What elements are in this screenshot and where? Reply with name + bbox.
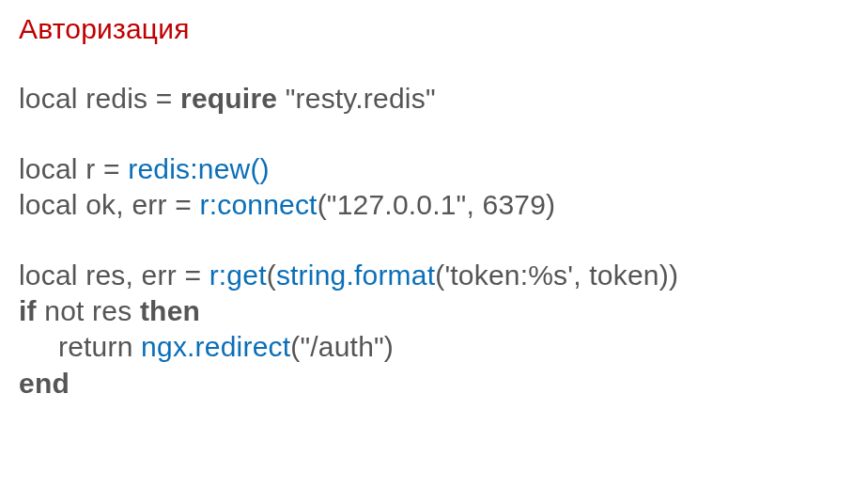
code-text: ( <box>267 260 276 291</box>
code-text: not res <box>37 295 140 326</box>
code-block-3: local res, err = r:get(string.format('to… <box>19 258 868 402</box>
keyword-then: then <box>140 295 200 326</box>
code-block-2: local r = redis:new() local ok, err = r:… <box>19 151 868 224</box>
code-line: end <box>19 366 868 401</box>
code-text: return <box>58 331 141 362</box>
call-string-format: string.format <box>276 260 435 291</box>
code-text: ('token:%s', token)) <box>435 260 678 291</box>
code-line: local ok, err = r:connect("127.0.0.1", 6… <box>19 187 868 223</box>
code-block-1: local redis = require "resty.redis" <box>19 81 868 117</box>
code-text: local r = <box>19 153 128 184</box>
code-line: local r = redis:new() <box>19 151 868 187</box>
code-text: local res, err = <box>19 260 209 291</box>
call-r-get: r:get <box>209 260 267 291</box>
call-r-connect: r:connect <box>199 189 317 220</box>
code-text: ("/auth") <box>290 331 394 362</box>
code-line: return ngx.redirect("/auth") <box>19 329 868 365</box>
keyword-require: require <box>180 83 277 114</box>
keyword-if: if <box>19 295 37 326</box>
code-text: "resty.redis" <box>277 83 436 114</box>
code-line: local redis = require "resty.redis" <box>19 81 868 117</box>
section-title: Авторизация <box>19 11 868 47</box>
call-ngx-redirect: ngx.redirect <box>141 331 290 362</box>
code-line: if not res then <box>19 293 868 329</box>
call-redis-new: redis:new() <box>128 153 270 184</box>
keyword-end: end <box>19 368 70 399</box>
code-text: ("127.0.0.1", 6379) <box>318 189 556 220</box>
code-text: local redis = <box>19 83 180 114</box>
code-text: local ok, err = <box>19 189 199 220</box>
code-line: local res, err = r:get(string.format('to… <box>19 258 868 293</box>
